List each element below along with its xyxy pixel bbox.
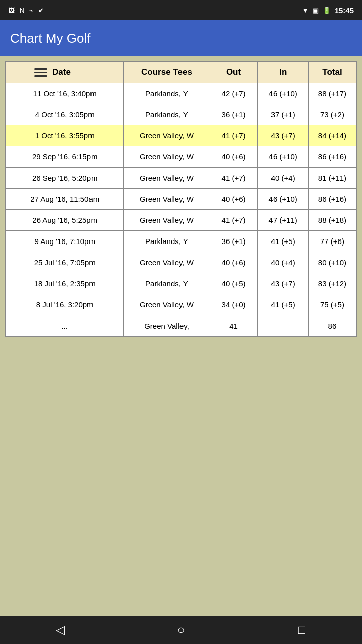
out-cell: 42 (+7): [210, 83, 257, 104]
date-cell: 1 Oct '16, 3:55pm: [6, 125, 124, 146]
date-header-label: Date: [52, 67, 71, 77]
date-cell: 4 Oct '16, 3:05pm: [6, 104, 124, 125]
date-cell: 25 Jul '16, 7:05pm: [6, 252, 124, 273]
course-cell: Parklands, Y: [124, 104, 210, 125]
date-cell: 27 Aug '16, 11:50am: [6, 189, 124, 210]
in-cell: 46 (+10): [257, 83, 308, 104]
course-cell: Green Valley, W: [124, 125, 210, 146]
total-cell: 86: [308, 315, 356, 337]
date-column-header: Date: [6, 62, 124, 83]
total-cell: 80 (+10): [308, 252, 356, 273]
in-cell: 43 (+7): [257, 125, 308, 146]
in-cell: 47 (+11): [257, 210, 308, 231]
course-cell: Parklands, Y: [124, 273, 210, 294]
in-cell: 43 (+7): [257, 273, 308, 294]
check-icon: ✔: [38, 7, 44, 14]
course-cell: Green Valley, W: [124, 210, 210, 231]
table-row[interactable]: 26 Sep '16, 5:20pmGreen Valley, W41 (+7)…: [6, 168, 356, 189]
course-tees-column-header: Course Tees: [124, 62, 210, 83]
home-button[interactable]: ○: [166, 620, 196, 640]
in-cell: 40 (+4): [257, 252, 308, 273]
date-cell: 11 Oct '16, 3:40pm: [6, 83, 124, 104]
total-cell: 73 (+2): [308, 104, 356, 125]
out-cell: 40 (+6): [210, 146, 257, 168]
table-row[interactable]: 27 Aug '16, 11:50amGreen Valley, W40 (+6…: [6, 189, 356, 210]
date-cell: 26 Sep '16, 5:20pm: [6, 168, 124, 189]
course-cell: Parklands, Y: [124, 83, 210, 104]
menu-line-2: [34, 72, 47, 73]
out-cell: 41 (+7): [210, 125, 257, 146]
in-cell: [257, 315, 308, 337]
date-cell: 26 Aug '16, 5:25pm: [6, 210, 124, 231]
scores-table: Date Course Tees Out In Total 11 Oct '16…: [6, 62, 356, 337]
status-icons-left: 🖼 N ⌁ ✔: [8, 7, 44, 14]
date-cell: ...: [6, 315, 124, 337]
app-title: Chart My Golf: [10, 31, 90, 46]
total-cell: 88 (+18): [308, 210, 356, 231]
menu-line-1: [34, 68, 47, 70]
table-row[interactable]: 4 Oct '16, 3:05pmParklands, Y36 (+1)37 (…: [6, 104, 356, 125]
clock: 15:45: [335, 6, 354, 15]
table-body: 11 Oct '16, 3:40pmParklands, Y42 (+7)46 …: [6, 83, 356, 337]
bottom-navigation: ◁ ○ □: [0, 616, 362, 644]
total-cell: 86 (+16): [308, 146, 356, 168]
table-row[interactable]: 25 Jul '16, 7:05pmGreen Valley, W40 (+6)…: [6, 252, 356, 273]
table-row[interactable]: ...Green Valley,4186: [6, 315, 356, 337]
table-row[interactable]: 26 Aug '16, 5:25pmGreen Valley, W41 (+7)…: [6, 210, 356, 231]
signal-icon: ▣: [313, 7, 319, 14]
main-content: Date Course Tees Out In Total 11 Oct '16…: [0, 56, 362, 616]
back-button[interactable]: ◁: [45, 620, 75, 640]
table-row[interactable]: 29 Sep '16, 6:15pmGreen Valley, W40 (+6)…: [6, 146, 356, 168]
date-cell: 8 Jul '16, 3:20pm: [6, 294, 124, 315]
out-cell: 41 (+7): [210, 168, 257, 189]
total-cell: 75 (+5): [308, 294, 356, 315]
course-cell: Green Valley, W: [124, 189, 210, 210]
status-bar: 🖼 N ⌁ ✔ ▼ ▣ 🔋 15:45: [0, 0, 362, 20]
course-cell: Green Valley, W: [124, 146, 210, 168]
total-cell: 81 (+11): [308, 168, 356, 189]
out-cell: 40 (+6): [210, 189, 257, 210]
in-cell: 37 (+1): [257, 104, 308, 125]
wifi-icon: ▼: [302, 7, 309, 14]
recents-button[interactable]: □: [287, 620, 317, 640]
scores-table-wrapper: Date Course Tees Out In Total 11 Oct '16…: [5, 61, 357, 337]
in-cell: 40 (+4): [257, 168, 308, 189]
out-cell: 34 (+0): [210, 294, 257, 315]
photo-icon: 🖼: [8, 7, 15, 14]
date-cell: 9 Aug '16, 7:10pm: [6, 231, 124, 252]
table-row[interactable]: 9 Aug '16, 7:10pmParklands, Y36 (+1)41 (…: [6, 231, 356, 252]
course-cell: Parklands, Y: [124, 231, 210, 252]
total-cell: 86 (+16): [308, 189, 356, 210]
course-cell: Green Valley,: [124, 315, 210, 337]
menu-line-3: [34, 75, 47, 77]
out-column-header: Out: [210, 62, 257, 83]
total-cell: 77 (+6): [308, 231, 356, 252]
table-row[interactable]: 11 Oct '16, 3:40pmParklands, Y42 (+7)46 …: [6, 83, 356, 104]
out-cell: 41: [210, 315, 257, 337]
out-cell: 40 (+5): [210, 273, 257, 294]
table-header-row: Date Course Tees Out In Total: [6, 62, 356, 83]
course-cell: Green Valley, W: [124, 294, 210, 315]
course-cell: Green Valley, W: [124, 252, 210, 273]
out-cell: 40 (+6): [210, 252, 257, 273]
date-cell: 29 Sep '16, 6:15pm: [6, 146, 124, 168]
app-bar: Chart My Golf: [0, 20, 362, 56]
total-column-header: Total: [308, 62, 356, 83]
course-cell: Green Valley, W: [124, 168, 210, 189]
usb-icon: ⌁: [29, 7, 33, 14]
n-icon: N: [20, 7, 24, 14]
in-cell: 41 (+5): [257, 294, 308, 315]
table-row[interactable]: 18 Jul '16, 2:35pmParklands, Y40 (+5)43 …: [6, 273, 356, 294]
date-cell: 18 Jul '16, 2:35pm: [6, 273, 124, 294]
total-cell: 83 (+12): [308, 273, 356, 294]
table-row[interactable]: 1 Oct '16, 3:55pmGreen Valley, W41 (+7)4…: [6, 125, 356, 146]
in-cell: 46 (+10): [257, 189, 308, 210]
out-cell: 41 (+7): [210, 210, 257, 231]
table-row[interactable]: 8 Jul '16, 3:20pmGreen Valley, W34 (+0)4…: [6, 294, 356, 315]
menu-button[interactable]: [34, 68, 47, 77]
total-cell: 84 (+14): [308, 125, 356, 146]
in-cell: 46 (+10): [257, 146, 308, 168]
total-cell: 88 (+17): [308, 83, 356, 104]
out-cell: 36 (+1): [210, 231, 257, 252]
out-cell: 36 (+1): [210, 104, 257, 125]
